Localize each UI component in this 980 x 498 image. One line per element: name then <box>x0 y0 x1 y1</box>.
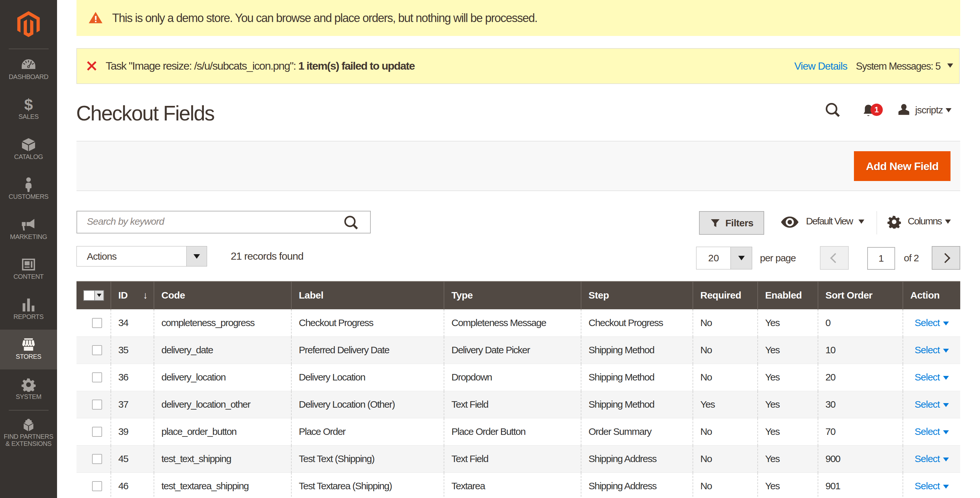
svg-text:$: $ <box>24 97 33 113</box>
